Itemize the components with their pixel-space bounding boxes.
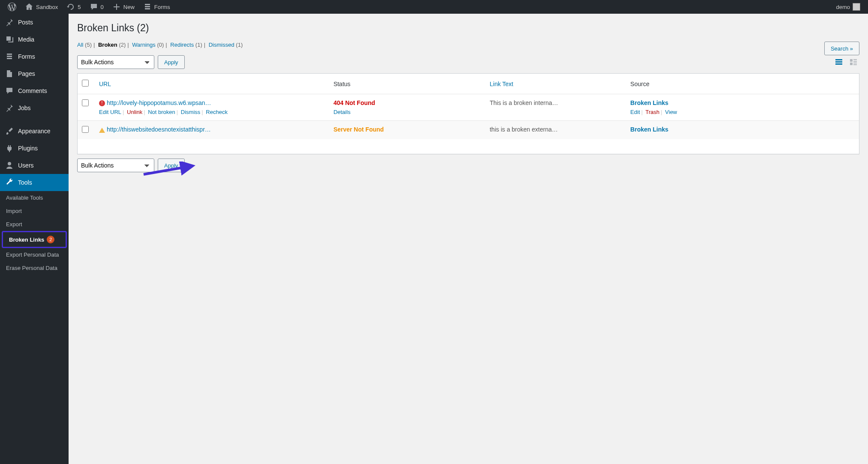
user-label: demo (836, 4, 850, 10)
wordpress-icon (8, 3, 16, 11)
avatar-icon (853, 3, 860, 11)
update-icon (66, 3, 75, 11)
adminbar-new[interactable]: New (108, 0, 139, 14)
admin-bar: Sandbox 5 0 New Forms demo (0, 0, 868, 14)
new-label: New (123, 4, 135, 10)
adminbar-forms[interactable]: Forms (139, 0, 174, 14)
forms-icon (143, 3, 152, 11)
adminbar-user[interactable]: demo (832, 0, 865, 14)
site-name-label: Sandbox (36, 4, 58, 10)
home-icon (25, 3, 33, 11)
wp-logo[interactable] (3, 0, 21, 14)
updates-count: 5 (78, 4, 81, 10)
comment-icon (90, 3, 98, 11)
comments-count: 0 (101, 4, 104, 10)
adminbar-comments[interactable]: 0 (85, 0, 108, 14)
adminbar-updates[interactable]: 5 (62, 0, 85, 14)
forms-label: Forms (154, 4, 170, 10)
plus-icon (112, 3, 121, 11)
adminbar-site-name[interactable]: Sandbox (21, 0, 62, 14)
